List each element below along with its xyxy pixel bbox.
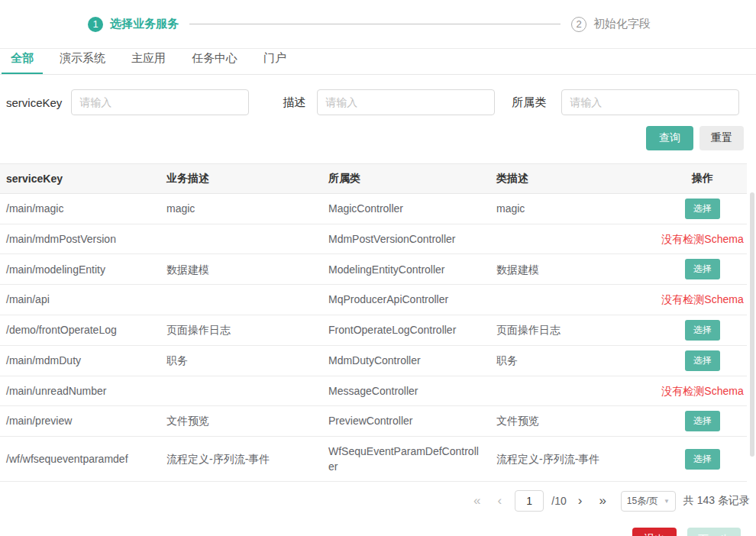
step-2-number: 2 — [571, 17, 586, 32]
footer-actions: 退出 下一步 — [0, 528, 756, 536]
col-header-class-description: 类描述 — [490, 164, 658, 194]
step-1-number: 1 — [88, 17, 103, 32]
select-button[interactable]: 选择 — [685, 411, 720, 431]
cell-action: 选择 — [658, 405, 747, 436]
select-button[interactable]: 选择 — [685, 449, 720, 470]
table-row: /main/apiMqProducerApiController没有检测Sche… — [0, 285, 747, 315]
cell-service-key: /main/unreadNumber — [0, 376, 160, 405]
service-key-input[interactable] — [71, 89, 249, 115]
reset-button[interactable]: 重置 — [699, 126, 744, 150]
table-row: /main/mdmDuty职务MdmDutyController职务选择 — [0, 345, 747, 376]
cell-owner-class: MdmPostVersionController — [322, 224, 490, 254]
col-header-description: 业务描述 — [160, 164, 322, 194]
no-schema-text: 没有检测Schema — [661, 233, 743, 245]
table-row: /wf/wfsequeventparamdef流程定义-序列流-事件WfSequ… — [0, 436, 747, 482]
table-row: /main/magicmagicMagicControllermagic选择 — [0, 194, 747, 224]
table-row: /demo/frontOperateLog页面操作日志FrontOperateL… — [0, 315, 747, 345]
tab-all[interactable]: 全部 — [2, 46, 43, 74]
owner-class-label: 所属类 — [512, 95, 546, 110]
filter-actions: 查询 重置 — [0, 126, 756, 150]
cell-owner-class: MqProducerApiController — [322, 285, 490, 315]
total-pages-label: /10 — [551, 495, 566, 507]
cell-service-key: /main/api — [0, 285, 160, 315]
prev-page-button[interactable]: ‹ — [489, 493, 511, 509]
cell-owner-class: FrontOperateLogController — [322, 315, 490, 345]
cell-owner-class: MdmDutyController — [322, 345, 490, 376]
cell-owner-class: WfSequEventParamDefController — [322, 436, 490, 482]
next-page-button[interactable]: › — [570, 493, 591, 509]
step-2-label: 初始化字段 — [593, 17, 651, 31]
pagination: « ‹ /10 › » 15条/页 ▼ 共 143 条记录 — [0, 490, 756, 512]
service-key-label: serviceKey — [6, 96, 62, 109]
cell-description: magic — [160, 194, 322, 224]
cell-service-key: /demo/frontOperateLog — [0, 315, 160, 345]
cell-owner-class: MessageController — [322, 376, 490, 405]
cell-class-description: magic — [490, 194, 658, 224]
tab-task-center[interactable]: 任务中心 — [183, 46, 247, 74]
page-size-select[interactable]: 15条/页 ▼ — [621, 491, 676, 512]
cell-class-description: 文件预览 — [490, 405, 658, 436]
tab-demo-system[interactable]: 演示系统 — [50, 46, 115, 74]
owner-class-input[interactable] — [561, 89, 739, 115]
cell-class-description: 流程定义-序列流-事件 — [490, 436, 658, 482]
cell-class-description: 页面操作日志 — [490, 315, 658, 345]
step-connector-line — [189, 24, 561, 24]
step-1: 1 选择业务服务 — [88, 17, 179, 32]
cell-class-description — [490, 285, 658, 315]
select-button[interactable]: 选择 — [685, 259, 720, 279]
cell-class-description — [490, 224, 658, 254]
cell-action: 选择 — [658, 345, 747, 376]
service-select-dialog: 1 选择业务服务 2 初始化字段 全部 演示系统 主应用 任务中心 门户 ser… — [0, 0, 756, 536]
cell-service-key: /main/mdmPostVersion — [0, 224, 160, 254]
cell-class-description: 职务 — [490, 345, 658, 376]
cell-service-key: /main/preview — [0, 405, 160, 436]
table-header-row: serviceKey 业务描述 所属类 类描述 操作 — [0, 164, 747, 194]
cell-action: 没有检测Schema — [658, 224, 747, 254]
search-button[interactable]: 查询 — [646, 126, 693, 150]
cell-service-key: /wf/wfsequeventparamdef — [0, 436, 160, 482]
select-button[interactable]: 选择 — [685, 199, 720, 219]
select-button[interactable]: 选择 — [685, 350, 720, 371]
cell-description: 数据建模 — [160, 254, 322, 285]
vertical-scrollbar[interactable] — [750, 192, 754, 457]
col-header-owner-class: 所属类 — [322, 164, 490, 194]
step-1-label: 选择业务服务 — [110, 17, 179, 31]
cell-class-description — [490, 376, 658, 405]
cell-description: 职务 — [160, 345, 322, 376]
services-table: serviceKey 业务描述 所属类 类描述 操作 /main/magicma… — [0, 163, 747, 482]
exit-button[interactable]: 退出 — [632, 528, 677, 536]
cell-action: 选择 — [658, 194, 747, 224]
table-body: /main/magicmagicMagicControllermagic选择/m… — [0, 194, 747, 482]
cell-owner-class: PreviewController — [322, 405, 490, 436]
cell-service-key: /main/mdmDuty — [0, 345, 160, 376]
total-records-label: 共 143 条记录 — [683, 494, 750, 508]
cell-owner-class: MagicController — [322, 194, 490, 224]
table-row: /main/mdmPostVersionMdmPostVersionContro… — [0, 224, 747, 254]
description-input[interactable] — [317, 89, 495, 115]
tab-main-app[interactable]: 主应用 — [122, 46, 175, 74]
first-page-button[interactable]: « — [465, 493, 489, 509]
cell-description — [160, 285, 322, 315]
tab-bar: 全部 演示系统 主应用 任务中心 门户 — [0, 49, 756, 75]
page-size-value: 15条/页 — [627, 495, 658, 508]
page-number-input[interactable] — [515, 490, 544, 512]
cell-description — [160, 224, 322, 254]
cell-action: 没有检测Schema — [658, 285, 747, 315]
cell-action: 没有检测Schema — [658, 376, 747, 405]
last-page-button[interactable]: » — [590, 493, 614, 509]
cell-description: 流程定义-序列流-事件 — [160, 436, 322, 482]
step-2: 2 初始化字段 — [571, 17, 651, 32]
cell-action: 选择 — [658, 254, 747, 285]
cell-class-description: 数据建模 — [490, 254, 658, 285]
tab-portal[interactable]: 门户 — [254, 46, 296, 74]
cell-service-key: /main/modelingEntity — [0, 254, 160, 285]
cell-service-key: /main/magic — [0, 194, 160, 224]
cell-description: 页面操作日志 — [160, 315, 322, 345]
col-header-action: 操作 — [658, 164, 747, 194]
cell-owner-class: ModelingEntityController — [322, 254, 490, 285]
filter-form: serviceKey 描述 所属类 — [0, 89, 756, 115]
select-button[interactable]: 选择 — [685, 320, 720, 341]
col-header-service-key: serviceKey — [0, 164, 160, 194]
chevron-down-icon: ▼ — [664, 498, 670, 505]
next-step-button[interactable]: 下一步 — [687, 528, 741, 536]
